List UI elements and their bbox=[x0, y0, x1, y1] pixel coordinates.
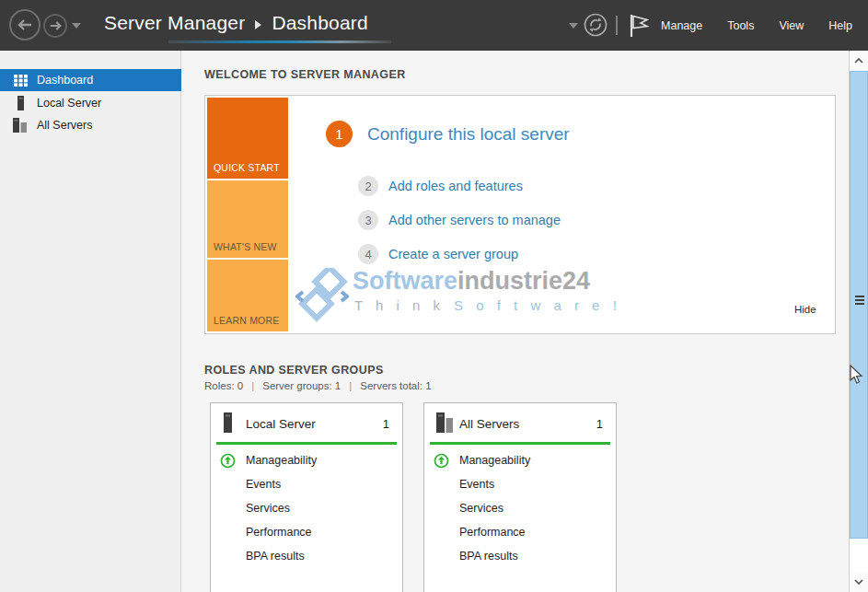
link-add-roles-features[interactable]: Add roles and features bbox=[388, 179, 523, 193]
card-title-link[interactable]: All Servers bbox=[459, 417, 519, 431]
navigation-sidebar: Dashboard Local Server All Servers bbox=[0, 51, 181, 592]
status-up-icon bbox=[434, 453, 449, 469]
status-rule bbox=[216, 442, 397, 445]
menu-help[interactable]: Help bbox=[828, 19, 852, 32]
menu-bar: Manage Tools View Help bbox=[644, 0, 852, 51]
sidebar-item-dashboard[interactable]: Dashboard bbox=[0, 69, 181, 91]
chevron-down-icon bbox=[854, 579, 863, 585]
watermark-tagline: T h i n kS o f t w a r e ! bbox=[354, 297, 621, 313]
notifications-dropdown-icon[interactable] bbox=[569, 23, 578, 29]
row-services[interactable]: Services bbox=[459, 502, 503, 515]
tab-quick-start[interactable]: QUICK START bbox=[207, 98, 288, 179]
welcome-heading: WELCOME TO SERVER MANAGER bbox=[204, 68, 406, 81]
row-services[interactable]: Services bbox=[246, 502, 290, 515]
watermark-brand-blue: Software bbox=[353, 267, 457, 295]
stat-separator: | bbox=[349, 380, 352, 391]
watermark-logo-icon bbox=[295, 268, 349, 325]
watermark: Softwareindustrie24 T h i n kS o f t w a… bbox=[295, 264, 774, 329]
sidebar-item-all-servers[interactable]: All Servers bbox=[0, 114, 181, 136]
tile-label: LEARN MORE bbox=[214, 315, 279, 326]
status-up-icon bbox=[220, 453, 236, 469]
step-3-badge: 3 bbox=[358, 210, 378, 230]
tab-learn-more[interactable]: LEARN MORE bbox=[207, 260, 288, 331]
card-all-servers: All Servers 1 Manageability Events Servi… bbox=[423, 402, 617, 592]
status-rule bbox=[430, 442, 610, 445]
forward-button[interactable] bbox=[43, 14, 67, 38]
breadcrumb: Server Manager Dashboard bbox=[104, 12, 368, 34]
refresh-button[interactable] bbox=[583, 12, 608, 38]
watermark-tagline-gray: T h i n k bbox=[354, 297, 445, 313]
all-servers-icon bbox=[436, 412, 453, 433]
stat-total-value: 1 bbox=[425, 380, 431, 391]
back-arrow-icon bbox=[17, 19, 32, 30]
vertical-scrollbar bbox=[849, 51, 868, 592]
breadcrumb-current: Dashboard bbox=[272, 12, 368, 34]
watermark-brand: Softwareindustrie24 bbox=[353, 267, 590, 296]
sidebar-item-label: Dashboard bbox=[37, 74, 93, 87]
breadcrumb-root[interactable]: Server Manager bbox=[104, 12, 245, 34]
menu-tools[interactable]: Tools bbox=[727, 19, 754, 32]
watermark-tagline-blue: S o f t w a r e ! bbox=[454, 297, 621, 313]
row-bpa-results[interactable]: BPA results bbox=[459, 550, 518, 563]
chevron-up-icon bbox=[854, 58, 863, 64]
nav-history-dropdown-icon[interactable] bbox=[72, 23, 81, 29]
row-performance[interactable]: Performance bbox=[246, 526, 312, 539]
roles-stats: Roles: 0 | Server groups: 1 | Servers to… bbox=[204, 380, 432, 391]
stat-roles-value: 0 bbox=[237, 380, 243, 391]
scroll-up-button[interactable] bbox=[850, 51, 868, 71]
breadcrumb-arrow-icon bbox=[255, 20, 261, 29]
card-count: 1 bbox=[596, 417, 603, 431]
tile-label: WHAT'S NEW bbox=[214, 241, 277, 252]
scroll-down-button[interactable] bbox=[850, 572, 868, 592]
all-servers-icon bbox=[13, 118, 28, 133]
stat-separator: | bbox=[251, 380, 254, 391]
server-manager-window: Server Manager Dashboard Manage Tools bbox=[0, 0, 868, 592]
stat-total-label: Servers total: bbox=[360, 380, 422, 391]
card-title-link[interactable]: Local Server bbox=[246, 417, 316, 431]
title-underline bbox=[168, 41, 391, 43]
menu-view[interactable]: View bbox=[779, 19, 804, 32]
welcome-tile-panel: QUICK START WHAT'S NEW LEARN MORE 1 Conf… bbox=[204, 95, 836, 334]
step-4-badge: 4 bbox=[358, 244, 378, 264]
stat-roles-label: Roles: bbox=[204, 380, 235, 391]
card-header: All Servers 1 bbox=[424, 403, 616, 442]
sidebar-item-local-server[interactable]: Local Server bbox=[0, 92, 181, 114]
row-performance[interactable]: Performance bbox=[459, 526, 526, 539]
row-bpa-results[interactable]: BPA results bbox=[246, 550, 305, 563]
row-manageability[interactable]: Manageability bbox=[459, 454, 530, 467]
card-local-server: Local Server 1 Manageability Events Serv… bbox=[210, 402, 403, 592]
roles-heading: ROLES AND SERVER GROUPS bbox=[204, 364, 384, 377]
menu-manage[interactable]: Manage bbox=[661, 19, 702, 32]
step-1-badge: 1 bbox=[326, 121, 353, 147]
title-bar: Server Manager Dashboard Manage Tools bbox=[0, 0, 868, 51]
sidebar-item-label: Local Server bbox=[37, 97, 101, 110]
scrollbar-track[interactable] bbox=[850, 539, 868, 572]
mouse-cursor-icon bbox=[850, 365, 864, 385]
refresh-icon bbox=[583, 12, 608, 38]
stat-groups-value: 1 bbox=[335, 380, 341, 391]
local-server-icon bbox=[13, 96, 28, 110]
hide-link[interactable]: Hide bbox=[794, 304, 816, 315]
link-add-other-servers[interactable]: Add other servers to manage bbox=[388, 213, 561, 227]
row-manageability[interactable]: Manageability bbox=[246, 454, 317, 467]
scrollbar-thumb[interactable] bbox=[850, 71, 868, 539]
tile-label: QUICK START bbox=[214, 162, 280, 173]
scrollbar-grip-icon bbox=[855, 296, 864, 307]
row-events[interactable]: Events bbox=[246, 478, 281, 491]
watermark-brand-gray: industrie24 bbox=[457, 267, 590, 295]
link-create-server-group[interactable]: Create a server group bbox=[388, 247, 518, 261]
tab-whats-new[interactable]: WHAT'S NEW bbox=[207, 180, 288, 258]
dashboard-grid-icon bbox=[13, 73, 28, 87]
row-events[interactable]: Events bbox=[459, 478, 494, 491]
local-server-icon bbox=[223, 412, 233, 433]
toolbar-divider bbox=[616, 16, 618, 35]
stat-groups-label: Server groups: bbox=[262, 380, 331, 391]
forward-arrow-icon bbox=[50, 21, 62, 30]
link-configure-local-server[interactable]: Configure this local server bbox=[367, 124, 570, 145]
step-2-badge: 2 bbox=[358, 176, 378, 196]
card-header: Local Server 1 bbox=[211, 403, 402, 442]
sidebar-item-label: All Servers bbox=[37, 119, 92, 132]
card-count: 1 bbox=[383, 417, 389, 431]
back-button[interactable] bbox=[9, 9, 41, 41]
